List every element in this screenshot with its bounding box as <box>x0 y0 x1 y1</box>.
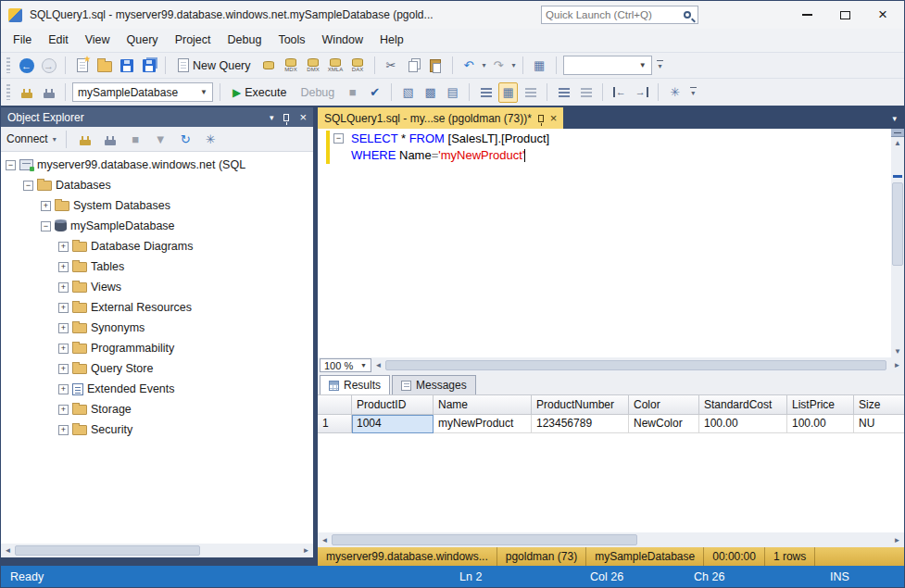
results-to-text-icon[interactable] <box>481 88 492 97</box>
expand-icon[interactable]: + <box>58 425 69 435</box>
sqlcmd-mode-icon[interactable]: ✳ <box>665 82 685 103</box>
scroll-right-icon[interactable]: ► <box>890 536 904 544</box>
refresh-icon[interactable]: ↻ <box>176 129 195 149</box>
results-to-file-icon[interactable] <box>525 88 536 97</box>
change-connection-icon[interactable] <box>44 93 55 98</box>
editor-hscrollbar[interactable]: ◄ ► <box>371 358 904 372</box>
row-header[interactable]: 1 <box>318 415 352 433</box>
menu-debug[interactable]: Debug <box>220 29 270 52</box>
grid-cell[interactable]: 123456789 <box>532 415 629 433</box>
document-tab[interactable]: SQLQuery1.sql - my...se (pgoldman (73))*… <box>318 107 563 129</box>
dmx-query-icon[interactable]: DMX <box>304 58 323 73</box>
debug-button[interactable]: Debug <box>295 86 340 99</box>
window-position-icon[interactable]: ▾ <box>270 113 274 122</box>
tree-item-system-databases[interactable]: +System Databases <box>1 195 313 216</box>
toolbar-grip[interactable] <box>6 57 10 73</box>
scroll-down-icon[interactable]: ▼ <box>894 345 901 357</box>
dax-query-icon[interactable]: DAX <box>348 58 368 73</box>
comment-icon[interactable] <box>559 88 570 97</box>
quick-launch-box[interactable] <box>541 6 698 24</box>
collapse-region-icon[interactable]: − <box>333 133 344 144</box>
navigate-forward-icon[interactable]: → <box>42 58 57 73</box>
tree-item-myserver99-database-windows-net-sql[interactable]: −myserver99.database.windows.net (SQL <box>1 155 313 175</box>
tree-item-databases[interactable]: −Databases <box>1 175 313 195</box>
new-file-icon[interactable] <box>77 58 88 72</box>
xmla-query-icon[interactable]: XMLA <box>326 58 346 73</box>
collapse-icon[interactable]: − <box>41 221 51 231</box>
filter-icon[interactable]: ▼ <box>151 129 170 149</box>
auto-refresh-icon[interactable]: ✳ <box>201 129 220 149</box>
code-line[interactable]: −SELECT * FROM [SalesLT].[Product] <box>318 131 904 147</box>
object-explorer-header[interactable]: Object Explorer ▾ × <box>1 107 313 127</box>
expand-icon[interactable]: + <box>41 201 51 211</box>
grid-cell[interactable]: 100.00 <box>699 415 787 433</box>
expand-icon[interactable]: + <box>58 303 69 313</box>
scroll-left-icon[interactable]: ◄ <box>1 546 15 555</box>
open-file-icon[interactable] <box>97 61 112 72</box>
close-button[interactable]: × <box>878 8 887 21</box>
close-icon[interactable]: × <box>299 113 307 122</box>
toolbar-grip[interactable] <box>6 84 10 100</box>
expand-icon[interactable]: + <box>58 384 69 394</box>
grid-column-header-productnumber[interactable]: ProductNumber <box>532 395 629 415</box>
quick-launch-input[interactable] <box>546 9 684 20</box>
tree-item-tables[interactable]: +Tables <box>1 256 313 277</box>
live-query-stats-icon[interactable]: ▩ <box>421 82 440 103</box>
object-tree[interactable]: −myserver99.database.windows.net (SQL−Da… <box>1 152 313 544</box>
navigate-back-icon[interactable]: ← <box>19 58 34 73</box>
split-handle[interactable] <box>891 129 904 137</box>
grid-cell[interactable]: 1004 <box>352 415 434 433</box>
decrease-indent-icon[interactable]: ← <box>613 87 626 97</box>
close-icon[interactable]: × <box>550 114 558 123</box>
grid-cell[interactable]: NU <box>854 415 904 433</box>
scroll-up-icon[interactable]: ▲ <box>894 137 901 149</box>
query-designer-icon[interactable]: ▦ <box>530 56 549 76</box>
parse-icon[interactable]: ✔ <box>365 82 384 103</box>
scroll-thumb[interactable] <box>15 545 200 556</box>
tree-item-views[interactable]: +Views <box>1 277 313 297</box>
paste-icon[interactable] <box>430 59 441 72</box>
tab-messages[interactable]: Messages <box>392 375 476 394</box>
toolbar-overflow-icon[interactable]: ▾ <box>655 60 666 70</box>
expand-icon[interactable]: + <box>58 323 69 333</box>
grid-column-header-name[interactable]: Name <box>434 395 532 415</box>
grid-cell[interactable]: NewColor <box>629 415 699 433</box>
scroll-thumb[interactable] <box>385 360 886 370</box>
connect-dropdown[interactable]: Connect ▾ <box>6 132 57 145</box>
new-query-button[interactable]: New Query <box>172 58 257 72</box>
tree-item-storage[interactable]: +Storage <box>1 399 313 419</box>
scroll-left-icon[interactable]: ◄ <box>318 536 332 544</box>
editor-vscrollbar[interactable]: ▲ ▼ <box>891 129 904 357</box>
estimated-plan-icon[interactable]: ▧ <box>398 82 418 103</box>
grid-column-header-productid[interactable]: ProductID <box>352 395 434 415</box>
tree-item-query-store[interactable]: +Query Store <box>1 358 313 379</box>
cut-icon[interactable]: ✂ <box>382 56 401 76</box>
grid-column-header-color[interactable]: Color <box>629 395 699 415</box>
query-options-icon[interactable]: ▤ <box>443 82 462 103</box>
tree-item-synonyms[interactable]: +Synonyms <box>1 318 313 338</box>
expand-icon[interactable]: + <box>58 344 69 354</box>
scroll-right-icon[interactable]: ► <box>890 361 904 369</box>
menu-help[interactable]: Help <box>371 29 412 52</box>
grid-cell[interactable]: myNewProduct <box>434 415 532 433</box>
undo-icon[interactable]: ↶ <box>459 56 479 76</box>
code-editor[interactable]: −SELECT * FROM [SalesLT].[Product]WHERE … <box>318 129 904 357</box>
toolbar-combobox[interactable]: ▼ <box>563 56 652 75</box>
menu-query[interactable]: Query <box>119 29 167 52</box>
expand-icon[interactable]: + <box>58 242 69 252</box>
grid-corner-cell[interactable] <box>318 395 352 415</box>
database-engine-query-icon[interactable] <box>259 61 279 69</box>
expand-icon[interactable]: + <box>58 405 69 415</box>
redo-icon[interactable]: ↷ <box>489 56 509 76</box>
collapse-icon[interactable]: − <box>23 181 33 191</box>
scroll-left-icon[interactable]: ◄ <box>371 361 385 369</box>
tab-results[interactable]: Results <box>320 375 390 394</box>
tree-item-database-diagrams[interactable]: +Database Diagrams <box>1 236 313 256</box>
grid-hscrollbar[interactable]: ◄ ► <box>318 532 904 547</box>
menu-project[interactable]: Project <box>167 29 220 52</box>
tree-item-programmability[interactable]: +Programmability <box>1 338 313 358</box>
tree-item-security[interactable]: +Security <box>1 419 313 440</box>
disconnect-icon[interactable] <box>105 140 116 145</box>
copy-icon[interactable] <box>409 61 418 72</box>
document-list-icon[interactable]: ▾ <box>892 114 904 129</box>
